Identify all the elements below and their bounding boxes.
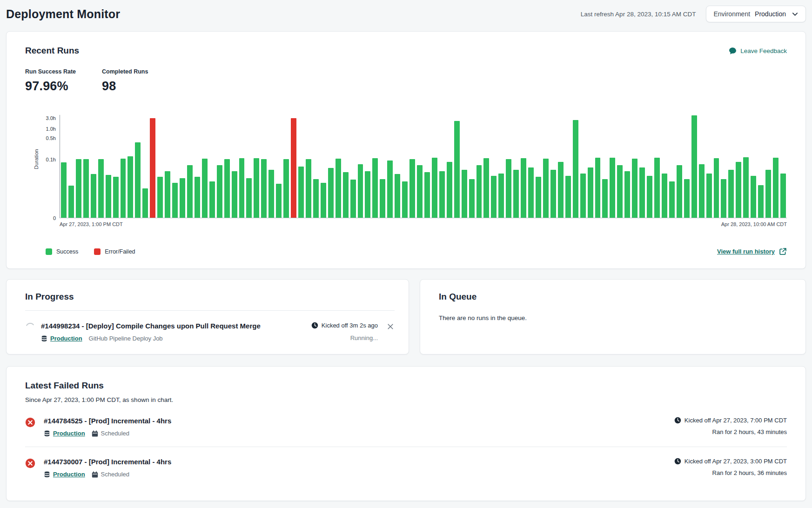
run-bar[interactable]	[506, 159, 511, 218]
run-bar[interactable]	[395, 174, 400, 218]
run-bar[interactable]	[321, 183, 326, 218]
run-bar[interactable]	[491, 176, 497, 218]
run-bar[interactable]	[387, 160, 393, 218]
run-bar[interactable]	[736, 162, 741, 218]
run-bar[interactable]	[454, 121, 460, 218]
run-bar[interactable]	[336, 159, 341, 218]
run-bar[interactable]	[313, 179, 319, 218]
run-bar[interactable]	[498, 174, 504, 218]
run-bar[interactable]	[121, 159, 126, 218]
run-bar[interactable]	[669, 181, 675, 218]
run-bar[interactable]	[588, 167, 593, 218]
production-link[interactable]: Production	[53, 471, 85, 478]
production-link[interactable]: Production	[50, 335, 82, 342]
run-bar[interactable]	[209, 181, 215, 218]
run-bar[interactable]	[617, 165, 623, 218]
run-bar[interactable]	[565, 176, 571, 218]
run-bar[interactable]	[432, 158, 437, 218]
run-bar[interactable]	[254, 158, 259, 218]
run-bar[interactable]	[202, 159, 208, 218]
run-bar[interactable]	[647, 176, 652, 218]
run-bar[interactable]	[580, 174, 586, 218]
run-bar[interactable]	[521, 158, 526, 218]
run-bar[interactable]	[773, 158, 778, 218]
run-bar[interactable]	[306, 159, 311, 218]
run-bar[interactable]	[780, 174, 786, 218]
run-bar[interactable]	[157, 177, 163, 218]
run-bar[interactable]	[476, 165, 482, 218]
run-bar[interactable]	[195, 177, 200, 218]
run-bar[interactable]	[447, 162, 452, 218]
run-bar[interactable]	[424, 172, 430, 218]
run-bar[interactable]	[172, 183, 178, 218]
run-bar[interactable]	[758, 185, 764, 218]
run-bar[interactable]	[350, 180, 356, 218]
run-bar[interactable]	[409, 159, 415, 218]
run-bar[interactable]	[743, 157, 749, 218]
run-bar[interactable]	[558, 162, 564, 218]
run-bar[interactable]	[728, 170, 734, 218]
run-bar[interactable]	[632, 159, 638, 218]
run-bar[interactable]	[261, 159, 267, 218]
run-bar[interactable]	[706, 174, 712, 218]
run-bar[interactable]	[239, 158, 245, 218]
run-bar[interactable]	[543, 159, 549, 218]
run-bar[interactable]	[150, 118, 155, 218]
run-bar[interactable]	[217, 165, 222, 218]
run-bar[interactable]	[61, 162, 67, 218]
production-link[interactable]: Production	[53, 430, 85, 437]
run-bar[interactable]	[721, 179, 726, 218]
run-bar[interactable]	[142, 188, 148, 218]
environment-dropdown[interactable]: Environment Production	[706, 6, 806, 22]
leave-feedback-link[interactable]: Leave Feedback	[729, 47, 787, 55]
run-bar[interactable]	[654, 158, 660, 218]
dismiss-run-button[interactable]	[386, 322, 395, 332]
run-bar[interactable]	[691, 115, 697, 218]
run-bar[interactable]	[469, 179, 475, 218]
run-bar[interactable]	[402, 181, 408, 218]
run-bar[interactable]	[365, 171, 370, 218]
run-bar[interactable]	[165, 171, 170, 218]
run-bar[interactable]	[135, 142, 141, 218]
view-full-run-history-link[interactable]: View full run history	[717, 247, 787, 255]
run-bar[interactable]	[68, 186, 74, 218]
run-bar[interactable]	[246, 178, 252, 218]
run-bar[interactable]	[98, 159, 104, 218]
run-bar[interactable]	[83, 159, 89, 218]
run-bar[interactable]	[91, 174, 96, 218]
run-bar[interactable]	[714, 158, 719, 218]
run-bar[interactable]	[417, 165, 423, 218]
run-bar[interactable]	[550, 170, 556, 218]
run-bar[interactable]	[113, 177, 119, 218]
run-bar[interactable]	[751, 176, 756, 218]
run-bar[interactable]	[513, 170, 519, 218]
run-bar[interactable]	[573, 120, 578, 218]
run-bar[interactable]	[684, 179, 690, 218]
run-bar[interactable]	[298, 167, 304, 218]
run-bar[interactable]	[602, 179, 608, 218]
run-bar[interactable]	[268, 170, 274, 218]
run-bar[interactable]	[283, 159, 289, 218]
run-bar[interactable]	[536, 177, 541, 218]
run-bar[interactable]	[232, 171, 237, 218]
run-bar[interactable]	[180, 178, 185, 218]
run-bar[interactable]	[595, 158, 601, 218]
run-bar[interactable]	[439, 171, 445, 218]
run-bar[interactable]	[662, 174, 667, 218]
run-bar[interactable]	[343, 172, 349, 218]
run-bar[interactable]	[328, 168, 334, 218]
run-bar[interactable]	[76, 159, 81, 218]
run-bar[interactable]	[187, 165, 193, 218]
run-bar[interactable]	[372, 158, 378, 218]
run-bar[interactable]	[462, 170, 467, 218]
run-bar[interactable]	[610, 158, 615, 218]
run-bar[interactable]	[380, 179, 385, 218]
run-bar[interactable]	[677, 165, 682, 218]
run-bar[interactable]	[291, 118, 296, 218]
run-bar[interactable]	[639, 167, 645, 218]
run-bar[interactable]	[276, 184, 282, 218]
run-bar[interactable]	[358, 164, 363, 218]
run-bar[interactable]	[624, 171, 630, 218]
run-bar[interactable]	[224, 159, 230, 218]
run-bar[interactable]	[528, 167, 534, 218]
